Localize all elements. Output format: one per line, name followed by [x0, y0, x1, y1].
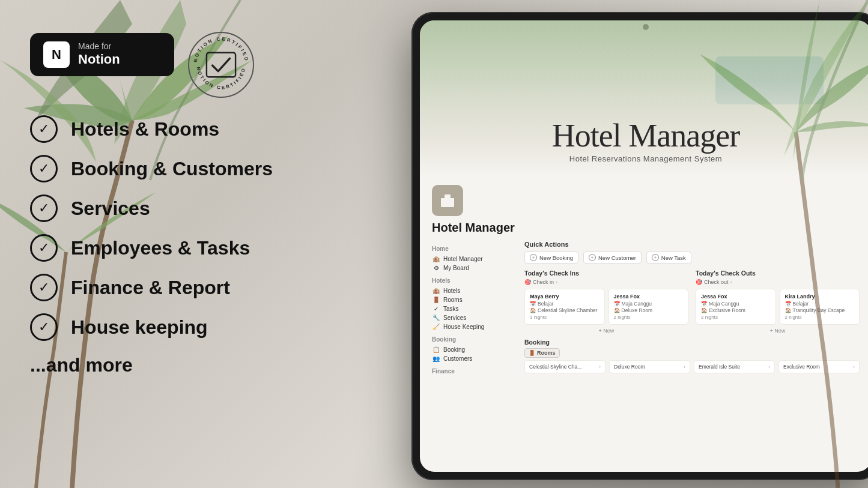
check-circle-icon: ✓ [30, 155, 58, 182]
housekeeping-icon: 🧹 [432, 324, 440, 330]
workspace-title: Hotel Manager [432, 221, 860, 235]
certified-circle: NOTION CERTIFIED NOTION CERTIFIED [188, 32, 254, 98]
checkouts-section: Today's Check Outs 🎯 Check out › Jessa F… [696, 270, 860, 334]
sidebar: Home 🏨 Hotel Manager ⚙ My Board Hotels 🏨 [432, 241, 516, 377]
checkins-title: Today's Check Ins [524, 270, 688, 277]
sidebar-item-label: Tasks [443, 306, 459, 312]
check-circle-icon: ✓ [30, 234, 58, 262]
tablet-screen: Hotel Manager Hotel Reservations Managem… [420, 20, 868, 472]
tablet-frame: Hotel Manager Hotel Reservations Managem… [411, 12, 868, 480]
features-list: ✓ Hotels & Rooms ✓ Booking & Customers ✓… [30, 109, 306, 376]
my-board-icon: ⚙ [432, 265, 440, 271]
more-label: ...and more [30, 354, 133, 376]
hotel-title: Hotel Manager [552, 119, 739, 152]
room-icon: 🏠 [530, 307, 536, 313]
checkout-card-2: Kira Landry 📅 Belajar 🏠 Tranquility Bay … [780, 289, 860, 325]
feature-label: Hotels & Rooms [71, 118, 219, 140]
sidebar-item-label: Services [443, 315, 466, 321]
plus-icon: + [530, 254, 537, 261]
tablet-device: Hotel Manager Hotel Reservations Managem… [411, 12, 868, 480]
new-task-button[interactable]: + New Task [646, 252, 691, 264]
sidebar-section-home: Home [432, 246, 516, 252]
sidebar-item-tasks[interactable]: ✓ Tasks [432, 304, 516, 313]
svg-text:NOTION CERTIFIED: NOTION CERTIFIED [195, 66, 246, 90]
room-card-3: Emerald Isle Suite › [694, 360, 775, 373]
nights: 2 nights [785, 315, 855, 320]
guest-name: Jessa Fox [701, 294, 771, 300]
sidebar-item-rooms[interactable]: 🚪 Rooms [432, 295, 516, 304]
plus-icon: + [589, 254, 596, 261]
sidebar-item-label: Customers [443, 355, 472, 362]
booking-tabs: 🚪 Rooms [524, 348, 860, 358]
svg-rect-5 [446, 203, 449, 207]
notion-logo-icon: N [43, 41, 70, 68]
checkouts-title: Today's Check Outs [696, 270, 860, 277]
feature-item: ✓ Hotels & Rooms [30, 109, 306, 149]
check-sections-row: Today's Check Ins 🎯 Check in › Maya Berr… [524, 270, 860, 334]
location: 📅 Maja Canggu [701, 301, 771, 307]
location-icon: 📅 [785, 301, 792, 307]
sidebar-item-hotel-manager[interactable]: 🏨 Hotel Manager [432, 255, 516, 264]
checkin-cards-row: Maya Berry 📅 Belajar 🏠 Celestial Skyline… [524, 289, 688, 325]
checkout-card-1: Jessa Fox 📅 Maja Canggu 🏠 Exclusive Room [696, 289, 776, 325]
certified-badge: NOTION CERTIFIED NOTION CERTIFIED [186, 30, 255, 99]
check-circle-icon: ✓ [30, 313, 58, 341]
sidebar-section-booking: Booking [432, 336, 516, 343]
room: 🏠 Tranquility Bay Escape [785, 307, 855, 313]
room-icon: 🏠 [701, 307, 708, 313]
new-customer-label: New Customer [598, 255, 636, 261]
content-row: Home 🏨 Hotel Manager ⚙ My Board Hotels 🏨 [432, 241, 860, 377]
sidebar-item-label: Hotel Manager [443, 256, 483, 262]
location-icon: 📅 [614, 301, 621, 307]
hotel-icon [439, 192, 456, 209]
sidebar-item-housekeeping[interactable]: 🧹 House Keeping [432, 322, 516, 331]
booking-rooms-row: Celestial Skyline Cha... › Deluxe Room ›… [524, 360, 860, 373]
sidebar-item-services[interactable]: 🔧 Services [432, 313, 516, 322]
new-booking-button[interactable]: + New Booking [524, 252, 578, 264]
new-btn-row: + New [524, 328, 688, 334]
sidebar-item-label: Rooms [443, 297, 463, 303]
checkins-section: Today's Check Ins 🎯 Check in › Maya Berr… [524, 270, 688, 334]
screen-header: Hotel Manager Hotel Reservations Managem… [420, 20, 868, 176]
checkin-action[interactable]: 🎯 Check in › [524, 279, 688, 285]
hotels-icon: 🏨 [432, 288, 440, 294]
feature-item: ✓ Booking & Customers [30, 149, 306, 188]
certified-svg: NOTION CERTIFIED NOTION CERTIFIED [189, 32, 253, 98]
notion-brand-label: Notion [78, 52, 120, 67]
services-icon: 🔧 [432, 315, 440, 321]
location: 📅 Belajar [785, 301, 855, 307]
booking-tab-rooms[interactable]: 🚪 Rooms [524, 348, 560, 358]
notion-badge-text: Made for Notion [78, 41, 120, 67]
booking-title: Booking [524, 339, 860, 346]
new-checkin-button[interactable]: + New [599, 328, 615, 334]
sidebar-item-my-board[interactable]: ⚙ My Board [432, 264, 516, 273]
notion-badge: N Made for Notion [30, 33, 174, 76]
hotel-manager-icon: 🏨 [432, 256, 440, 262]
room-tab-icon: 🚪 [529, 350, 535, 356]
checkout-action[interactable]: 🎯 Check out › [696, 279, 860, 285]
check-circle-icon: ✓ [30, 274, 58, 301]
new-booking-label: New Booking [539, 255, 573, 261]
check-circle-icon: ✓ [30, 115, 58, 143]
sidebar-item-customers[interactable]: 👥 Customers [432, 354, 516, 363]
feature-item: ✓ House keeping [30, 307, 306, 347]
sidebar-item-booking[interactable]: 📋 Booking [432, 345, 516, 354]
sidebar-item-label: My Board [443, 265, 469, 271]
check-circle-icon: ✓ [30, 194, 58, 222]
svg-rect-2 [206, 52, 235, 76]
sidebar-item-label: Booking [443, 346, 465, 353]
checkin-card-1: Maya Berry 📅 Belajar 🏠 Celestial Skyline… [524, 289, 605, 325]
new-customer-button[interactable]: + New Customer [583, 252, 642, 264]
room-icon: 🏠 [614, 307, 621, 313]
guest-name: Maya Berry [530, 294, 599, 300]
main-area: Quick Actions + New Booking + New Custom… [524, 241, 860, 377]
new-checkout-button[interactable]: + New [770, 328, 786, 334]
app-icon-box [432, 185, 463, 216]
screen-body: Hotel Manager Home 🏨 Hotel Manager ⚙ My … [420, 176, 868, 383]
feature-label: Finance & Report [71, 276, 230, 299]
feature-label: House keeping [71, 316, 208, 339]
sidebar-item-hotels[interactable]: 🏨 Hotels [432, 286, 516, 295]
room: 🏠 Celestial Skyline Chamber [530, 307, 599, 313]
booking-section: Booking 🚪 Rooms Celestial Skyline Cha... [524, 339, 860, 373]
nights: 2 nights [701, 315, 771, 320]
